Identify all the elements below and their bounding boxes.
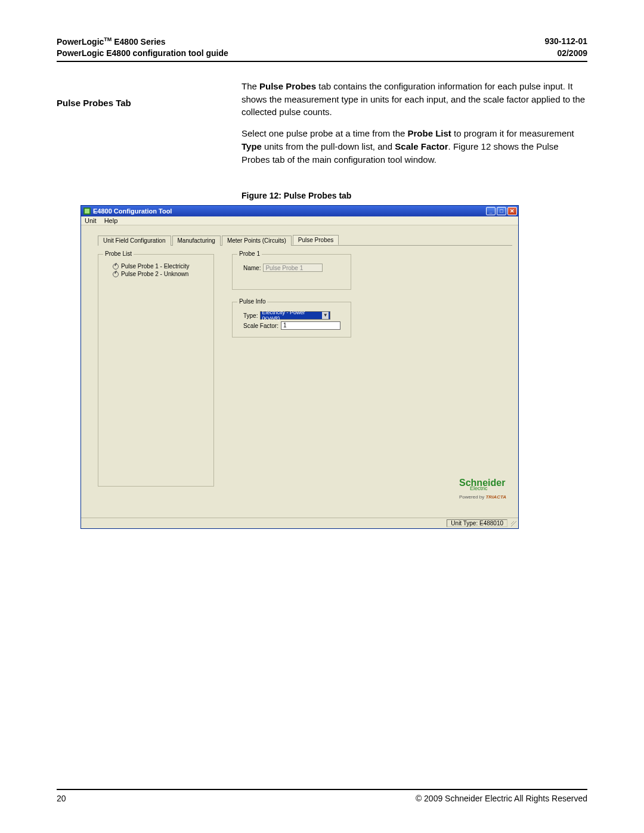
app-window: E4800 Configuration Tool _ □ ✕ Unit Help…	[80, 205, 519, 529]
chevron-down-icon: ▼	[322, 312, 329, 319]
branding: Schneider Electric Powered by TRIACTA	[459, 479, 506, 500]
window-title: E4800 Configuration Tool	[93, 208, 172, 215]
scale-factor-label: Scale Factor:	[243, 323, 278, 329]
menu-help[interactable]: Help	[104, 217, 118, 224]
probe-list-legend: Probe List	[103, 250, 134, 257]
schneider-logo: Schneider Electric	[459, 479, 506, 491]
probe-icon	[113, 264, 119, 270]
resize-grip-icon[interactable]	[511, 521, 517, 527]
product-name-b: E4800 Series	[112, 37, 165, 47]
pulse-info-group: Pulse Info Type: Electricity - Power (KV…	[232, 302, 351, 337]
copyright: © 2009 Schneider Electric All Rights Res…	[416, 794, 587, 803]
doc-footer: 20 © 2009 Schneider Electric All Rights …	[57, 788, 587, 803]
tab-manufacturing[interactable]: Manufacturing	[172, 236, 221, 246]
type-label: Type:	[243, 312, 258, 319]
tab-pulse-probes[interactable]: Pulse Probes	[293, 235, 339, 245]
list-item[interactable]: Pulse Probe 1 - Electricity	[113, 263, 208, 270]
section-heading: Pulse Probes Tab	[57, 98, 242, 108]
menubar: Unit Help	[81, 216, 518, 225]
status-unit-type: Unit Type: E488010	[447, 519, 507, 527]
menu-unit[interactable]: Unit	[85, 217, 97, 224]
page-number: 20	[57, 794, 66, 803]
trademark: TM	[104, 36, 112, 42]
tab-unit-field-config[interactable]: Unit Field Configuration	[98, 236, 171, 246]
type-value: Electricity - Power (KVAR)	[262, 309, 321, 321]
maximize-button[interactable]: □	[497, 207, 506, 215]
probe1-legend: Probe 1	[237, 250, 262, 257]
powered-by: Powered by TRIACTA	[459, 494, 506, 500]
doc-header: PowerLogicTM E4800 Series PowerLogic E48…	[57, 36, 587, 60]
doc-number: 930-112-01	[544, 36, 587, 48]
product-name-a: PowerLogic	[57, 37, 104, 47]
probe-list-item-2: Pulse Probe 2 - Unknown	[121, 271, 188, 277]
titlebar[interactable]: E4800 Configuration Tool _ □ ✕	[81, 206, 518, 216]
header-rule	[57, 61, 587, 62]
doc-date: 02/2009	[544, 48, 587, 60]
pulse-info-legend: Pulse Info	[237, 298, 267, 305]
statusbar: Unit Type: E488010	[81, 518, 518, 528]
probe-icon	[113, 271, 119, 277]
footer-rule	[57, 789, 587, 790]
paragraph-2: Select one pulse probe at a time from th…	[242, 127, 587, 166]
minimize-button[interactable]: _	[486, 207, 496, 215]
list-item[interactable]: Pulse Probe 2 - Unknown	[113, 271, 208, 277]
name-label: Name:	[243, 265, 261, 271]
figure-caption: Figure 12: Pulse Probes tab	[242, 191, 587, 200]
name-field: Pulse Probe 1	[263, 264, 323, 272]
probe-list-item-1: Pulse Probe 1 - Electricity	[121, 263, 190, 270]
type-dropdown[interactable]: Electricity - Power (KVAR) ▼	[260, 311, 330, 320]
app-icon	[83, 208, 91, 215]
doc-subtitle: PowerLogic E4800 configuration tool guid…	[57, 48, 228, 60]
paragraph-1: The Pulse Probes tab contains the config…	[242, 80, 587, 119]
tab-meter-points[interactable]: Meter Points (Circuits)	[222, 236, 292, 246]
tabstrip: Unit Field Configuration Manufacturing M…	[98, 235, 512, 246]
probe1-group: Probe 1 Name: Pulse Probe 1	[232, 254, 351, 290]
probe-list-group: Probe List Pulse Probe 1 - Electricity P…	[98, 254, 214, 487]
close-button[interactable]: ✕	[507, 207, 517, 215]
scale-factor-input[interactable]: 1	[281, 321, 340, 330]
